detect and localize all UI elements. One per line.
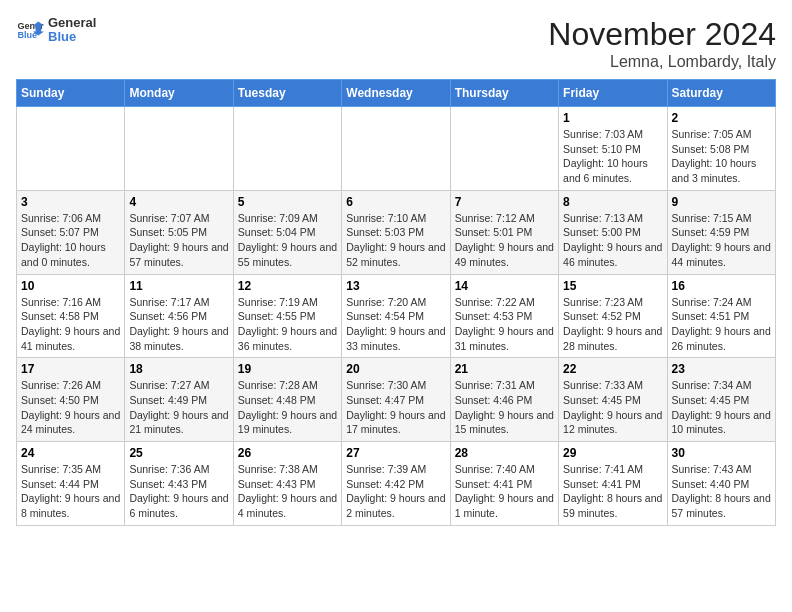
day-info: Sunrise: 7:31 AM Sunset: 4:46 PM Dayligh… — [455, 378, 554, 437]
day-info: Sunrise: 7:23 AM Sunset: 4:52 PM Dayligh… — [563, 295, 662, 354]
calendar-day-cell: 7Sunrise: 7:12 AM Sunset: 5:01 PM Daylig… — [450, 190, 558, 274]
calendar-day-cell: 28Sunrise: 7:40 AM Sunset: 4:41 PM Dayli… — [450, 442, 558, 526]
weekday-header: Saturday — [667, 80, 775, 107]
day-info: Sunrise: 7:15 AM Sunset: 4:59 PM Dayligh… — [672, 211, 771, 270]
day-info: Sunrise: 7:36 AM Sunset: 4:43 PM Dayligh… — [129, 462, 228, 521]
calendar-week-row: 3Sunrise: 7:06 AM Sunset: 5:07 PM Daylig… — [17, 190, 776, 274]
calendar-day-cell: 26Sunrise: 7:38 AM Sunset: 4:43 PM Dayli… — [233, 442, 341, 526]
day-number: 27 — [346, 446, 445, 460]
day-number: 10 — [21, 279, 120, 293]
day-info: Sunrise: 7:27 AM Sunset: 4:49 PM Dayligh… — [129, 378, 228, 437]
day-info: Sunrise: 7:17 AM Sunset: 4:56 PM Dayligh… — [129, 295, 228, 354]
day-info: Sunrise: 7:35 AM Sunset: 4:44 PM Dayligh… — [21, 462, 120, 521]
weekday-header: Tuesday — [233, 80, 341, 107]
day-number: 29 — [563, 446, 662, 460]
day-number: 2 — [672, 111, 771, 125]
day-info: Sunrise: 7:20 AM Sunset: 4:54 PM Dayligh… — [346, 295, 445, 354]
day-number: 22 — [563, 362, 662, 376]
day-number: 6 — [346, 195, 445, 209]
calendar-week-row: 1Sunrise: 7:03 AM Sunset: 5:10 PM Daylig… — [17, 107, 776, 191]
day-number: 11 — [129, 279, 228, 293]
day-number: 7 — [455, 195, 554, 209]
day-info: Sunrise: 7:40 AM Sunset: 4:41 PM Dayligh… — [455, 462, 554, 521]
day-info: Sunrise: 7:24 AM Sunset: 4:51 PM Dayligh… — [672, 295, 771, 354]
calendar-day-cell: 27Sunrise: 7:39 AM Sunset: 4:42 PM Dayli… — [342, 442, 450, 526]
calendar-day-cell: 15Sunrise: 7:23 AM Sunset: 4:52 PM Dayli… — [559, 274, 667, 358]
location: Lemna, Lombardy, Italy — [548, 53, 776, 71]
calendar-day-cell — [17, 107, 125, 191]
calendar-day-cell: 23Sunrise: 7:34 AM Sunset: 4:45 PM Dayli… — [667, 358, 775, 442]
calendar-day-cell: 22Sunrise: 7:33 AM Sunset: 4:45 PM Dayli… — [559, 358, 667, 442]
day-number: 12 — [238, 279, 337, 293]
day-info: Sunrise: 7:33 AM Sunset: 4:45 PM Dayligh… — [563, 378, 662, 437]
calendar-day-cell: 4Sunrise: 7:07 AM Sunset: 5:05 PM Daylig… — [125, 190, 233, 274]
day-number: 16 — [672, 279, 771, 293]
day-info: Sunrise: 7:34 AM Sunset: 4:45 PM Dayligh… — [672, 378, 771, 437]
calendar-day-cell: 6Sunrise: 7:10 AM Sunset: 5:03 PM Daylig… — [342, 190, 450, 274]
day-info: Sunrise: 7:12 AM Sunset: 5:01 PM Dayligh… — [455, 211, 554, 270]
day-number: 13 — [346, 279, 445, 293]
day-number: 17 — [21, 362, 120, 376]
day-number: 19 — [238, 362, 337, 376]
weekday-header: Thursday — [450, 80, 558, 107]
day-info: Sunrise: 7:03 AM Sunset: 5:10 PM Dayligh… — [563, 127, 662, 186]
page-header: General Blue General Blue November 2024 … — [16, 16, 776, 71]
day-info: Sunrise: 7:41 AM Sunset: 4:41 PM Dayligh… — [563, 462, 662, 521]
weekday-header: Wednesday — [342, 80, 450, 107]
calendar-day-cell: 24Sunrise: 7:35 AM Sunset: 4:44 PM Dayli… — [17, 442, 125, 526]
calendar-day-cell: 8Sunrise: 7:13 AM Sunset: 5:00 PM Daylig… — [559, 190, 667, 274]
day-number: 14 — [455, 279, 554, 293]
day-info: Sunrise: 7:06 AM Sunset: 5:07 PM Dayligh… — [21, 211, 120, 270]
day-info: Sunrise: 7:30 AM Sunset: 4:47 PM Dayligh… — [346, 378, 445, 437]
day-number: 26 — [238, 446, 337, 460]
day-info: Sunrise: 7:28 AM Sunset: 4:48 PM Dayligh… — [238, 378, 337, 437]
day-info: Sunrise: 7:16 AM Sunset: 4:58 PM Dayligh… — [21, 295, 120, 354]
day-number: 20 — [346, 362, 445, 376]
calendar-day-cell: 29Sunrise: 7:41 AM Sunset: 4:41 PM Dayli… — [559, 442, 667, 526]
day-number: 18 — [129, 362, 228, 376]
day-info: Sunrise: 7:26 AM Sunset: 4:50 PM Dayligh… — [21, 378, 120, 437]
calendar-day-cell: 9Sunrise: 7:15 AM Sunset: 4:59 PM Daylig… — [667, 190, 775, 274]
calendar-day-cell: 18Sunrise: 7:27 AM Sunset: 4:49 PM Dayli… — [125, 358, 233, 442]
day-number: 8 — [563, 195, 662, 209]
calendar-day-cell: 12Sunrise: 7:19 AM Sunset: 4:55 PM Dayli… — [233, 274, 341, 358]
calendar-day-cell: 25Sunrise: 7:36 AM Sunset: 4:43 PM Dayli… — [125, 442, 233, 526]
day-info: Sunrise: 7:05 AM Sunset: 5:08 PM Dayligh… — [672, 127, 771, 186]
title-block: November 2024 Lemna, Lombardy, Italy — [548, 16, 776, 71]
day-number: 15 — [563, 279, 662, 293]
day-number: 21 — [455, 362, 554, 376]
calendar-day-cell — [450, 107, 558, 191]
calendar-day-cell: 10Sunrise: 7:16 AM Sunset: 4:58 PM Dayli… — [17, 274, 125, 358]
logo-icon: General Blue — [16, 16, 44, 44]
day-info: Sunrise: 7:10 AM Sunset: 5:03 PM Dayligh… — [346, 211, 445, 270]
calendar-day-cell: 19Sunrise: 7:28 AM Sunset: 4:48 PM Dayli… — [233, 358, 341, 442]
day-number: 23 — [672, 362, 771, 376]
weekday-header-row: SundayMondayTuesdayWednesdayThursdayFrid… — [17, 80, 776, 107]
day-number: 4 — [129, 195, 228, 209]
day-info: Sunrise: 7:09 AM Sunset: 5:04 PM Dayligh… — [238, 211, 337, 270]
calendar-week-row: 10Sunrise: 7:16 AM Sunset: 4:58 PM Dayli… — [17, 274, 776, 358]
calendar-day-cell — [342, 107, 450, 191]
weekday-header: Friday — [559, 80, 667, 107]
day-number: 24 — [21, 446, 120, 460]
calendar-week-row: 24Sunrise: 7:35 AM Sunset: 4:44 PM Dayli… — [17, 442, 776, 526]
weekday-header: Sunday — [17, 80, 125, 107]
day-info: Sunrise: 7:39 AM Sunset: 4:42 PM Dayligh… — [346, 462, 445, 521]
calendar-day-cell: 5Sunrise: 7:09 AM Sunset: 5:04 PM Daylig… — [233, 190, 341, 274]
day-number: 5 — [238, 195, 337, 209]
day-number: 25 — [129, 446, 228, 460]
calendar-day-cell: 16Sunrise: 7:24 AM Sunset: 4:51 PM Dayli… — [667, 274, 775, 358]
day-info: Sunrise: 7:43 AM Sunset: 4:40 PM Dayligh… — [672, 462, 771, 521]
calendar-day-cell: 11Sunrise: 7:17 AM Sunset: 4:56 PM Dayli… — [125, 274, 233, 358]
day-info: Sunrise: 7:19 AM Sunset: 4:55 PM Dayligh… — [238, 295, 337, 354]
day-number: 3 — [21, 195, 120, 209]
logo: General Blue General Blue — [16, 16, 96, 45]
day-number: 9 — [672, 195, 771, 209]
calendar-day-cell — [233, 107, 341, 191]
calendar-day-cell: 21Sunrise: 7:31 AM Sunset: 4:46 PM Dayli… — [450, 358, 558, 442]
day-info: Sunrise: 7:22 AM Sunset: 4:53 PM Dayligh… — [455, 295, 554, 354]
calendar-day-cell — [125, 107, 233, 191]
calendar-day-cell: 17Sunrise: 7:26 AM Sunset: 4:50 PM Dayli… — [17, 358, 125, 442]
calendar-day-cell: 3Sunrise: 7:06 AM Sunset: 5:07 PM Daylig… — [17, 190, 125, 274]
calendar: SundayMondayTuesdayWednesdayThursdayFrid… — [16, 79, 776, 526]
